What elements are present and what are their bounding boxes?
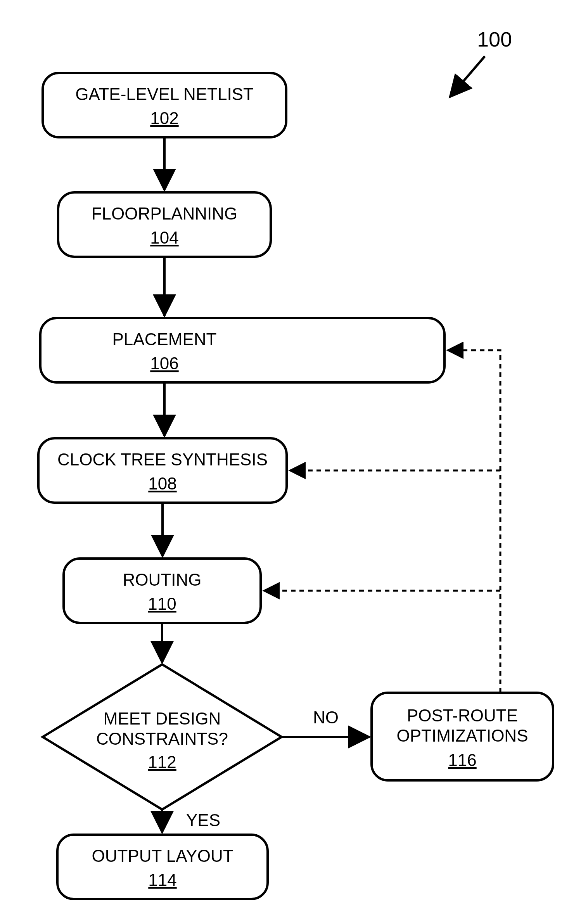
svg-rect-1	[58, 192, 271, 257]
node-decision-constraints: MEET DESIGN CONSTRAINTS? 112	[43, 664, 282, 809]
node-decision-ref: 112	[148, 752, 176, 771]
node-decision-line1: MEET DESIGN	[104, 709, 221, 728]
node-gate-level-netlist-ref: 102	[150, 109, 178, 128]
node-floorplanning-ref: 104	[150, 228, 178, 247]
node-gate-level-netlist: GATE-LEVEL NETLIST 102	[43, 73, 286, 137]
node-placement: PLACEMENT 106	[40, 318, 444, 382]
node-output-layout-ref: 114	[148, 870, 176, 889]
node-output-layout: OUTPUT LAYOUT 114	[57, 835, 268, 899]
edge-116-106-dash	[448, 350, 500, 693]
node-placement-ref: 106	[150, 354, 178, 373]
node-output-layout-label: OUTPUT LAYOUT	[92, 846, 233, 865]
node-placement-label: PLACEMENT	[112, 330, 217, 349]
svg-rect-0	[43, 73, 286, 137]
node-routing-label: ROUTING	[123, 570, 202, 589]
node-floorplanning-label: FLOORPLANNING	[92, 204, 238, 223]
node-routing: ROUTING 110	[64, 559, 261, 623]
node-gate-level-netlist-label: GATE-LEVEL NETLIST	[75, 85, 254, 104]
node-post-route-line2: OPTIMIZATIONS	[397, 726, 528, 745]
svg-rect-2	[40, 318, 444, 382]
node-post-route-optimizations: POST-ROUTE OPTIMIZATIONS 116	[372, 693, 553, 780]
node-routing-ref: 110	[148, 594, 176, 613]
node-clock-tree-synthesis-label: CLOCK TREE SYNTHESIS	[57, 450, 268, 469]
node-post-route-ref: 116	[448, 751, 476, 770]
node-floorplanning: FLOORPLANNING 104	[58, 192, 271, 257]
figure-number: 100	[477, 28, 512, 51]
flowchart: 100 GATE-LEVEL NETLIST 102 FLOORPLANNING…	[0, 0, 588, 901]
edge-label-no: NO	[313, 708, 339, 727]
svg-rect-7	[57, 835, 268, 899]
node-post-route-line1: POST-ROUTE	[407, 706, 518, 725]
node-clock-tree-synthesis-ref: 108	[148, 474, 176, 493]
svg-rect-3	[38, 438, 287, 503]
svg-rect-4	[64, 559, 261, 623]
node-decision-line2: CONSTRAINTS?	[96, 729, 228, 748]
node-clock-tree-synthesis: CLOCK TREE SYNTHESIS 108	[38, 438, 287, 503]
figure-number-arrow	[450, 56, 485, 97]
edge-label-yes: YES	[186, 811, 220, 830]
